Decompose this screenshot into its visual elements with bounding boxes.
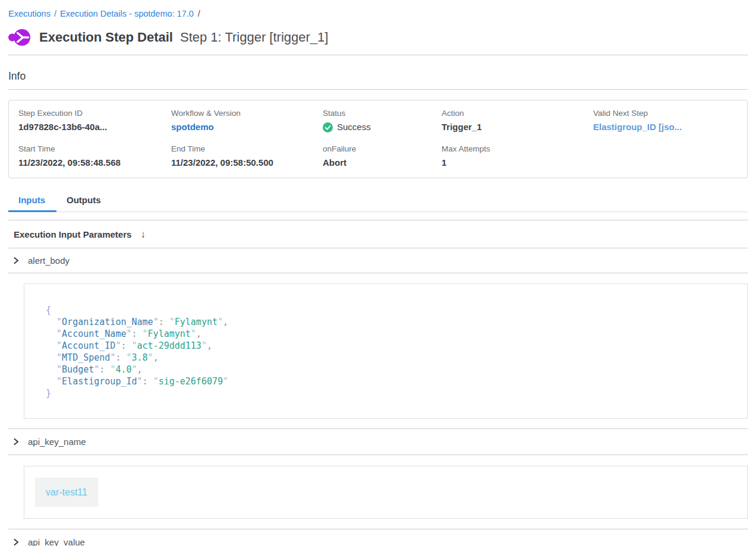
page-subtitle: Step 1: Trigger [trigger_1] (180, 30, 328, 45)
field-status: Status Success (323, 109, 442, 132)
download-arrow-icon[interactable]: ↓ (140, 228, 146, 241)
field-value: 11/23/2022, 09:58:50.500 (171, 157, 323, 168)
workflow-link[interactable]: spotdemo (171, 122, 323, 132)
chevron-right-icon (12, 538, 20, 546)
field-empty (593, 144, 738, 168)
field-label: End Time (171, 144, 323, 153)
field-max-attempts: Max Attempts 1 (442, 144, 593, 168)
valid-next-step-link[interactable]: Elastigroup_ID [jso... (593, 122, 738, 132)
breadcrumb-link-executions[interactable]: Executions (8, 9, 51, 18)
field-onfailure: onFailure Abort (323, 144, 442, 168)
success-check-icon (323, 122, 333, 132)
field-workflow-version: Workflow & Version spotdemo (171, 109, 323, 132)
tab-inputs[interactable]: Inputs (8, 191, 56, 212)
param-row-api-key-name[interactable]: api_key_name (8, 429, 748, 455)
field-label: Step Execution ID (18, 109, 171, 118)
param-name: api_key_name (28, 435, 86, 448)
api-key-name-chip: var-test11 (35, 478, 98, 507)
field-valid-next-step: Valid Next Step Elastigroup_ID [jso... (593, 109, 738, 132)
field-label: Start Time (18, 144, 171, 153)
breadcrumb-trailing-separator: / (198, 9, 200, 18)
field-end-time: End Time 11/23/2022, 09:58:50.500 (171, 144, 323, 168)
row-divider (8, 273, 748, 273)
field-value: Trigger_1 (442, 122, 593, 132)
info-section-heading: Info (8, 70, 748, 83)
field-start-time: Start Time 11/23/2022, 09:58:48.568 (18, 144, 171, 168)
field-value: Abort (323, 157, 442, 168)
fylamynt-logo-icon (8, 29, 31, 46)
param-row-alert-body[interactable]: alert_body (8, 248, 748, 273)
field-label: Max Attempts (442, 144, 593, 153)
field-value: 1 (442, 157, 593, 168)
breadcrumb-link-execution-details[interactable]: Execution Details - spotdemo: 17.0 (60, 9, 194, 18)
breadcrumb-separator: / (54, 9, 56, 18)
page-title: Execution Step Detail (39, 30, 173, 45)
header-divider (8, 55, 748, 55)
row-divider (8, 455, 748, 455)
status-text: Success (337, 122, 371, 132)
tab-outputs[interactable]: Outputs (56, 191, 112, 212)
page-header: Execution Step Detail Step 1: Trigger [t… (8, 27, 748, 48)
field-value: 1d97828c-13b6-40a... (18, 122, 171, 132)
field-label: Workflow & Version (171, 109, 323, 118)
chevron-right-icon (12, 257, 20, 264)
field-label: Status (323, 109, 442, 118)
field-step-execution-id: Step Execution ID 1d97828c-13b6-40a... (18, 109, 171, 132)
execution-input-parameters-header: Execution Input Parameters ↓ (8, 220, 748, 248)
field-label: onFailure (323, 144, 442, 153)
chevron-right-icon (12, 438, 20, 446)
alert-body-json-viewer: { "Organization_Name": "Fylamynt", "Acco… (24, 283, 748, 419)
api-key-name-value-box: var-test11 (24, 466, 748, 519)
info-card: Step Execution ID 1d97828c-13b6-40a... W… (8, 100, 748, 178)
field-label: Valid Next Step (593, 109, 738, 118)
execution-step-detail-page: Executions/Execution Details - spotdemo:… (0, 0, 756, 546)
field-action: Action Trigger_1 (442, 109, 593, 132)
param-name: api_key_value (28, 536, 85, 546)
param-row-api-key-value[interactable]: api_key_value (8, 529, 748, 546)
field-label: Action (442, 109, 593, 118)
breadcrumb: Executions/Execution Details - spotdemo:… (8, 0, 748, 20)
status-badge: Success (323, 122, 442, 132)
section-title: Execution Input Parameters (14, 228, 131, 241)
info-heading-divider (8, 89, 748, 90)
param-name: alert_body (28, 254, 70, 267)
tab-bar: Inputs Outputs (8, 191, 748, 212)
field-value: 11/23/2022, 09:58:48.568 (18, 157, 171, 168)
